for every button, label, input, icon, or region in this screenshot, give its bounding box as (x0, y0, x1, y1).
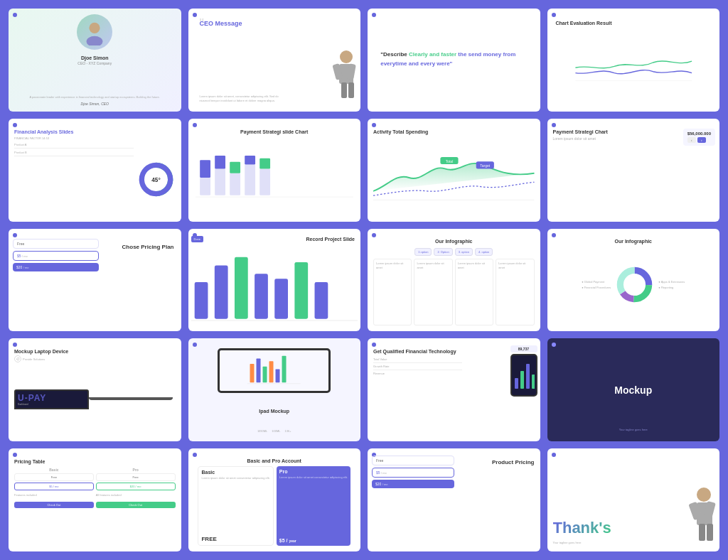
laptop-subtitle: ⏱ Provide Solutions (14, 355, 176, 362)
svg-rect-12 (200, 178, 210, 195)
financial-content: Product A Product B 45° (14, 143, 176, 216)
mockup-dark-title: Mockup (614, 384, 652, 396)
slide-profile: Djoe Simon CEO - XYZ Company A passionat… (9, 9, 181, 112)
svg-point-1 (87, 36, 103, 45)
slide-dot-17 (13, 453, 17, 457)
slide-title: CEO Message (200, 20, 355, 27)
infographic-2-title: Our Infographic (553, 239, 714, 244)
person-icon (81, 18, 108, 45)
pricing-table-title: Pricing Table (14, 458, 176, 465)
svg-rect-21 (259, 158, 270, 169)
bar-chart-area (194, 135, 355, 216)
infographic-steps: 1 option 2. Option 3. option 4. option (373, 248, 535, 256)
svg-rect-56 (707, 524, 713, 541)
slide-dot-3 (372, 13, 376, 17)
slide-ipad-mockup: Ipad Mockup 1090ML 100ML 136+ (188, 338, 361, 441)
slide-dot-11 (372, 233, 376, 237)
ipad-title: Ipad Mockup (259, 409, 289, 414)
slide-payment-chart-2: Payment Strategi Chart Lorem ipsum dolor… (547, 119, 720, 222)
slide-dot-1 (13, 13, 17, 17)
chart-eval-title: Chart Evaluation Result (556, 20, 714, 26)
slide-dot-4 (552, 13, 556, 17)
step-3: 3. option (455, 248, 473, 256)
slide-dot-14 (193, 343, 197, 347)
col-basic: Basic Free $5 / mo Features included Che… (14, 468, 94, 546)
legend-left: ● Global Payment ● Financial Procedures (582, 280, 611, 289)
avatar (77, 14, 112, 50)
chart-area (553, 26, 714, 106)
slide-dot-9 (13, 233, 17, 237)
pp-5: $5 / mo (372, 468, 454, 478)
ipad-chart (223, 353, 326, 385)
pro-card: Pro Lorem ipsum dolor sit amet consectet… (277, 466, 350, 546)
financial-metrics: Product A Product B (14, 143, 134, 216)
slide-dot-6 (193, 123, 197, 127)
activity-title: Activity Total Spending (373, 129, 535, 135)
quote-text: "Describe Clearly and faster the send mo… (380, 51, 527, 70)
svg-rect-43 (269, 362, 274, 383)
slide-activity: Activity Total Spending Total Target (368, 119, 540, 222)
amount-box: $56,000.000 ‹ › (683, 129, 715, 146)
slide-pricing-table: Pricing Table Basic Free $5 / mo Feature… (9, 448, 181, 551)
svg-rect-41 (257, 359, 261, 383)
slide-basic-pro: Basic and Pro Account Basic Lorem ipsum … (188, 448, 361, 551)
donut-chart: 45° (136, 143, 176, 216)
product-pricing-items: Free $5 / mo $20 / mo (372, 456, 454, 546)
svg-point-2 (340, 50, 353, 63)
svg-rect-45 (282, 356, 287, 383)
pricing-items: Free $5 / mo $20 / mo (13, 239, 99, 326)
laptop-mockup-area: U-PAY Dashboard (14, 362, 176, 436)
slide-dot-18 (193, 453, 197, 457)
thanks-subtitle: Your tagline goes here (553, 541, 582, 544)
donut-svg: 45° (136, 160, 176, 199)
slide-pricing-plan: Chose Pricing Plan Free $5 / mo $20 / mo (9, 229, 181, 332)
svg-point-0 (90, 23, 100, 33)
svg-rect-18 (245, 164, 255, 195)
thanks-person (677, 485, 719, 551)
step-2: 2. Option (434, 248, 452, 256)
activity-svg: Total Target (373, 135, 535, 216)
slide-financial: Financial Analysis Slides FINANCIAL FACT… (9, 119, 181, 222)
col-pro: Pro Free $20 / mo All features included … (96, 468, 176, 546)
svg-rect-15 (215, 156, 225, 169)
slide-mockup-laptop: Mockup Laptop Device ⏱ Provide Solutions… (9, 338, 181, 441)
slide-dot-12 (552, 233, 556, 237)
step-1: 1 option (414, 248, 432, 256)
fintech-title: Get Qualified Financial Technology (373, 348, 462, 355)
basic-pro-cards: Basic Lorem ipsum dolor sit amet consect… (198, 466, 350, 546)
svg-rect-14 (215, 168, 225, 195)
svg-rect-19 (245, 156, 255, 164)
thanks-figure (677, 485, 719, 549)
infographic-cards: Lorem ipsum dolor sit amet Lorem ipsum d… (373, 259, 535, 326)
ceo-figure (321, 48, 360, 109)
svg-rect-44 (276, 370, 280, 383)
svg-rect-34 (314, 282, 328, 319)
basic-card: Basic Lorem ipsum dolor sit amet consect… (198, 466, 273, 546)
svg-rect-30 (234, 257, 247, 318)
pp-free: Free (372, 456, 454, 465)
phone-screen (510, 354, 537, 397)
svg-text:Target: Target (480, 163, 491, 168)
laptop-title: Mockup Laptop Device (14, 348, 176, 355)
svg-rect-32 (274, 279, 288, 318)
slide-quote: "Describe Clearly and faster the send mo… (368, 9, 540, 112)
svg-rect-33 (294, 262, 308, 318)
slide-ceo-message: CEO Message " Lorem ipsum dolor sit amet… (188, 9, 361, 112)
svg-rect-20 (259, 168, 270, 195)
ceo-person (321, 48, 360, 112)
phone-chart (513, 357, 535, 392)
thanks-title: Thank's (553, 520, 611, 536)
svg-point-51 (697, 488, 711, 502)
ipad-content: Ipad Mockup 1090ML 100ML 136+ (194, 344, 355, 436)
nav-buttons: ‹ › (687, 137, 711, 143)
pricing-free: Free (13, 239, 99, 249)
pricing-20: $20 / mo (13, 263, 99, 271)
svg-rect-55 (699, 524, 705, 541)
svg-rect-49 (526, 364, 530, 389)
record-tag: Done (191, 236, 204, 242)
svg-text:Total: Total (446, 158, 454, 163)
pp-20: $20 / mo (372, 480, 454, 488)
laptop-screen: U-PAY Dashboard (14, 389, 89, 409)
basic-pro-title: Basic and Pro Account (247, 458, 301, 463)
infographic-1-title: Our Infographic (373, 239, 535, 244)
